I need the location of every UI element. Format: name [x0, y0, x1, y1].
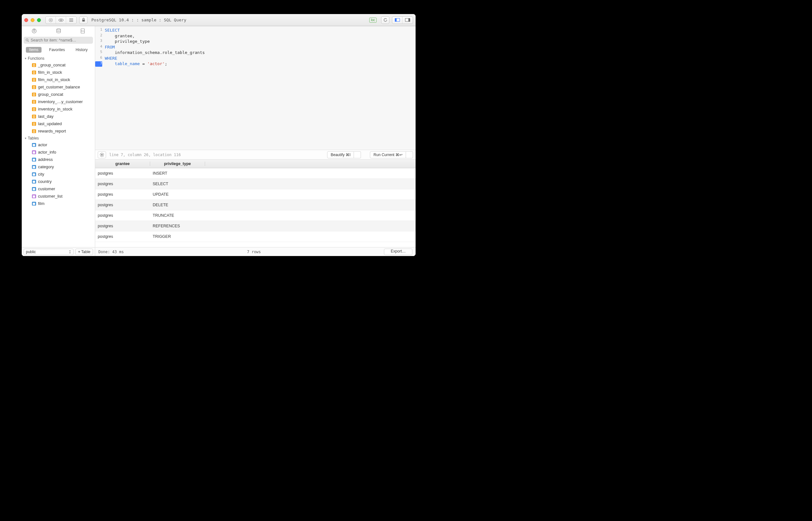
table-icon: ▦	[32, 180, 36, 184]
close-button[interactable]	[24, 18, 28, 22]
sidebar: SQL Items Favorites History Functions ()…	[22, 26, 95, 256]
cell-privilege: TRUNCATE	[150, 213, 205, 218]
sidebar-item-table[interactable]: ▦address	[22, 156, 95, 163]
structure-icon[interactable]	[66, 17, 76, 24]
sidebar-item-table[interactable]: ▦country	[22, 178, 95, 185]
results-table[interactable]: grantee privilege_type postgresINSERTpos…	[95, 160, 416, 247]
table-row[interactable]: postgresSELECT	[95, 179, 416, 189]
sidebar-item-table[interactable]: ▦city	[22, 171, 95, 178]
sidebar-item-function[interactable]: ()film_in_stock	[22, 69, 95, 76]
group-functions[interactable]: Functions	[22, 55, 95, 61]
chevron-down-icon	[357, 154, 357, 156]
sidebar-item-table[interactable]: ▦customer	[22, 185, 95, 192]
sidebar-item-table[interactable]: ▦film	[22, 200, 95, 207]
toggle-left-panel-icon[interactable]	[392, 17, 402, 24]
sidebar-item-label: last_day	[38, 114, 53, 119]
sidebar-item-label: last_updated	[38, 121, 62, 126]
beautify-dropdown[interactable]	[354, 151, 361, 158]
sidebar-item-table[interactable]: ▦actor	[22, 141, 95, 149]
table-icon: ▦	[32, 202, 36, 206]
svg-point-19	[101, 154, 103, 156]
gear-icon[interactable]	[98, 151, 106, 158]
preview-icon[interactable]	[56, 17, 66, 24]
table-row[interactable]: postgresINSERT	[95, 168, 416, 179]
sidebar-item-function[interactable]: ()last_updated	[22, 120, 95, 128]
sidebar-footer: public + Table	[22, 247, 95, 256]
sql-file-icon[interactable]: SQL	[81, 28, 85, 33]
sidebar-item-table[interactable]: ▦actor_info	[22, 149, 95, 156]
beautify-button[interactable]: Beautify ⌘I	[327, 151, 354, 158]
sidebar-item-table[interactable]: ▦customer_list	[22, 192, 95, 200]
sidebar-item-label: category	[38, 164, 54, 169]
cancel-icon[interactable]	[46, 17, 56, 24]
export-button[interactable]: Export…	[384, 249, 412, 255]
sidebar-item-label: film	[38, 201, 44, 206]
function-icon: ()	[32, 122, 36, 126]
sidebar-item-function[interactable]: ()rewards_report	[22, 128, 95, 135]
run-button[interactable]: Run Current ⌘↩	[370, 151, 406, 158]
cell-grantee: postgres	[95, 213, 150, 218]
sidebar-item-label: address	[38, 157, 53, 162]
sidebar-item-function[interactable]: ()film_not_in_stock	[22, 76, 95, 83]
cursor-status: line 7, column 26, location 116	[109, 153, 181, 157]
table-row[interactable]: postgresTRIGGER	[95, 231, 416, 242]
refresh-icon[interactable]	[381, 16, 389, 24]
table-icon: ▦	[32, 173, 36, 176]
group-tables[interactable]: Tables	[22, 135, 95, 141]
cell-grantee: postgres	[95, 234, 150, 239]
tab-favorites[interactable]: Favorites	[46, 47, 68, 53]
svg-rect-12	[409, 19, 410, 22]
sidebar-item-function[interactable]: ()group_concat	[22, 91, 95, 98]
sidebar-item-function[interactable]: ()last_day	[22, 113, 95, 120]
table-row[interactable]: postgresUPDATE	[95, 189, 416, 200]
sidebar-item-function[interactable]: ()_group_concat	[22, 61, 95, 69]
add-table-button[interactable]: + Table	[75, 249, 93, 255]
function-icon: ()	[32, 107, 36, 111]
view-icon: ▦	[32, 150, 36, 154]
zoom-button[interactable]	[37, 18, 41, 22]
toggle-right-panel-icon[interactable]	[402, 17, 413, 24]
sidebar-item-label: film_not_in_stock	[38, 77, 70, 82]
svg-rect-8	[82, 20, 85, 22]
cell-grantee: postgres	[95, 192, 150, 197]
toolbar-nav-group	[45, 16, 76, 24]
search-input[interactable]	[24, 37, 93, 44]
svg-line-18	[28, 41, 29, 42]
tab-history[interactable]: History	[72, 47, 91, 53]
svg-point-14	[57, 29, 60, 30]
run-group: Run Current ⌘↩	[370, 151, 413, 158]
col-grantee[interactable]: grantee	[95, 161, 150, 166]
sidebar-tabs: Items Favorites History	[24, 46, 93, 54]
lock-icon[interactable]	[79, 16, 88, 24]
sidebar-item-function[interactable]: ()get_customer_balance	[22, 83, 95, 91]
table-row[interactable]: postgresTRUNCATE	[95, 210, 416, 221]
sidebar-item-label: actor_info	[38, 150, 56, 155]
svg-line-25	[103, 156, 104, 156]
status-rows: 7 rows	[247, 250, 261, 254]
sidebar-tree[interactable]: Functions ()_group_concat()film_in_stock…	[22, 55, 95, 247]
sidebar-item-function[interactable]: ()inventory_in_stock	[22, 105, 95, 113]
window-title: PostgreSQL 10.4 : : sample : SQL Query	[90, 18, 367, 22]
col-privilege-type[interactable]: privilege_type	[150, 161, 205, 166]
run-dropdown[interactable]	[406, 151, 413, 158]
sidebar-item-function[interactable]: ()inventory_…y_customer	[22, 98, 95, 105]
tab-items[interactable]: Items	[26, 47, 42, 53]
table-row[interactable]: postgresREFERENCES	[95, 221, 416, 231]
schema-selector[interactable]: public	[24, 249, 73, 255]
view-icon: ▦	[32, 195, 36, 198]
sidebar-item-label: _group_concat	[38, 63, 65, 67]
minimize-button[interactable]	[31, 18, 35, 22]
plus-icon: +	[78, 250, 80, 254]
sql-editor[interactable]: 1234567 SELECT grantee, privilege_typeFR…	[95, 26, 416, 150]
function-icon: ()	[32, 115, 36, 118]
chevron-updown-icon	[69, 250, 71, 254]
table-row[interactable]: postgresDELETE	[95, 200, 416, 210]
add-table-label: Table	[81, 250, 90, 254]
database-icon[interactable]	[56, 28, 61, 33]
plug-icon[interactable]	[31, 28, 37, 33]
editor-code[interactable]: SELECT grantee, privilege_typeFROM infor…	[104, 26, 207, 150]
cell-privilege: REFERENCES	[150, 224, 205, 228]
sidebar-item-table[interactable]: ▦category	[22, 163, 95, 171]
cell-privilege: TRIGGER	[150, 234, 205, 239]
sidebar-item-label: actor	[38, 142, 47, 147]
